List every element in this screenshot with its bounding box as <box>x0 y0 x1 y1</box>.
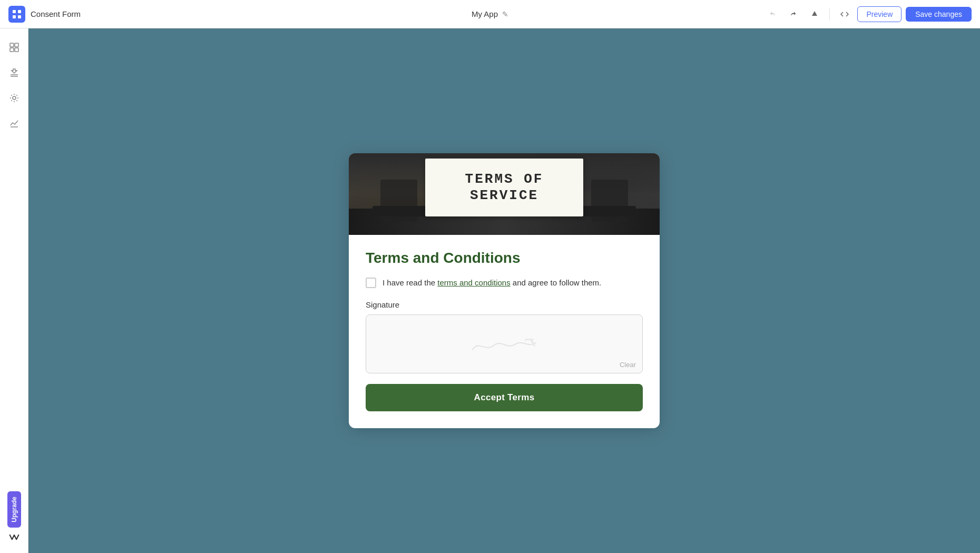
form-card: TERMS OF SERVICE Terms and Conditions I … <box>349 153 660 429</box>
svg-rect-2 <box>13 15 16 18</box>
sidebar: Upgrade <box>0 28 28 553</box>
topbar-divider <box>829 8 830 21</box>
terms-link[interactable]: terms and conditions <box>437 278 510 287</box>
sidebar-item-settings[interactable] <box>4 87 25 108</box>
app-title: Consent Form <box>31 9 81 18</box>
terms-checkbox[interactable] <box>366 278 376 288</box>
signature-label: Signature <box>366 300 643 309</box>
form-hero: TERMS OF SERVICE <box>349 153 660 235</box>
svg-rect-6 <box>10 48 14 52</box>
edit-app-name-icon[interactable]: ✎ <box>502 10 508 18</box>
code-view-button[interactable] <box>836 6 853 23</box>
terms-checkbox-row: I have read the terms and conditions and… <box>366 277 643 289</box>
center-area: My App ✎ <box>331 9 648 18</box>
sidebar-item-analytics[interactable] <box>4 113 25 134</box>
svg-point-8 <box>13 96 16 100</box>
svg-rect-5 <box>15 43 18 47</box>
clear-signature-button[interactable]: Clear <box>620 361 636 369</box>
app-logo-icon <box>8 6 25 23</box>
deploy-button[interactable] <box>806 6 823 23</box>
topbar: Consent Form My App ✎ Preview Save chang… <box>0 0 980 28</box>
accept-terms-button[interactable]: Accept Terms <box>366 384 643 411</box>
sidebar-bottom: Upgrade <box>7 491 21 545</box>
signature-box[interactable]: Clear <box>366 314 643 373</box>
form-body: Terms and Conditions I have read the ter… <box>349 235 660 429</box>
main-layout: Upgrade TERMS OF SERVICE <box>0 28 980 553</box>
upgrade-button[interactable]: Upgrade <box>7 491 21 528</box>
terms-checkbox-label: I have read the terms and conditions and… <box>383 277 601 289</box>
checkbox-text-before: I have read the <box>383 278 437 287</box>
form-title: Terms and Conditions <box>366 250 643 266</box>
center-app-name: My App <box>472 9 498 18</box>
svg-rect-3 <box>18 15 21 18</box>
signature-doodle <box>467 330 541 358</box>
topbar-right: Preview Save changes <box>655 6 972 23</box>
checkbox-text-after: and agree to follow them. <box>511 278 602 287</box>
wappler-logo <box>9 534 19 540</box>
canvas-area: TERMS OF SERVICE Terms and Conditions I … <box>28 28 980 553</box>
redo-button[interactable] <box>785 6 802 23</box>
paper: TERMS OF SERVICE <box>425 159 583 216</box>
sidebar-item-plugins[interactable] <box>4 62 25 83</box>
svg-rect-4 <box>10 43 14 47</box>
svg-rect-1 <box>18 10 21 13</box>
save-changes-button[interactable]: Save changes <box>906 7 972 22</box>
sidebar-item-dashboard[interactable] <box>4 37 25 58</box>
preview-button[interactable]: Preview <box>857 6 901 22</box>
undo-button[interactable] <box>764 6 781 23</box>
svg-rect-0 <box>13 10 16 13</box>
logo-area: Consent Form <box>8 6 325 23</box>
svg-rect-7 <box>15 48 18 52</box>
paper-text: TERMS OF SERVICE <box>465 171 544 204</box>
